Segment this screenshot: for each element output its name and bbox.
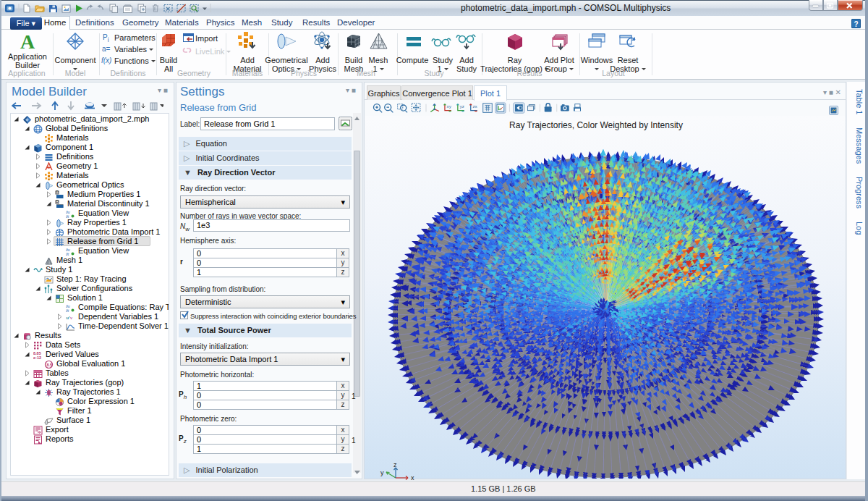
svg-text:8.5: 8.5: [46, 363, 52, 367]
svg-text:y: y: [380, 469, 384, 476]
svg-text:zx: zx: [472, 104, 477, 109]
svg-text:v: v: [70, 316, 72, 320]
svg-text:yz: yz: [460, 104, 464, 109]
svg-text:xy: xy: [447, 104, 452, 109]
svg-text:x: x: [411, 474, 414, 481]
svg-text:z: z: [393, 462, 397, 468]
